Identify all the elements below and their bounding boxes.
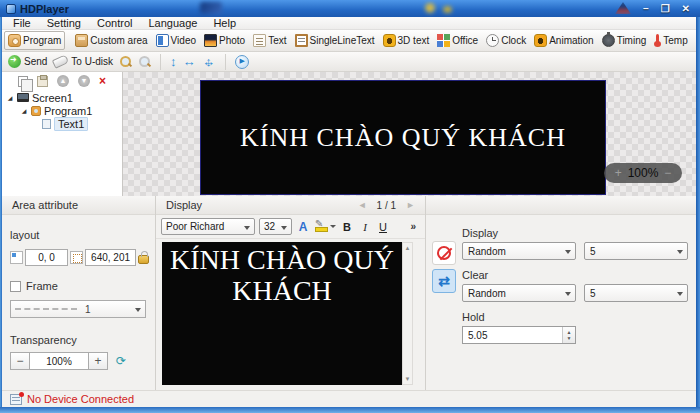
menu-help[interactable]: Help <box>206 18 243 29</box>
menu-control[interactable]: Control <box>90 18 139 29</box>
program-button[interactable]: Program <box>4 31 65 50</box>
chevron-down-icon <box>281 226 287 230</box>
chevron-down-icon <box>677 292 683 296</box>
expander-icon[interactable]: ◢ <box>6 94 14 101</box>
highlight-color-icon[interactable] <box>314 220 328 233</box>
delete-icon[interactable]: × <box>99 75 106 87</box>
send-button[interactable]: Send <box>8 55 47 68</box>
expander-icon[interactable]: ◢ <box>20 107 28 114</box>
font-color-button[interactable]: A <box>296 220 310 234</box>
refresh-icon[interactable]: ⟳ <box>116 354 126 368</box>
chevron-down-icon <box>135 308 141 312</box>
hold-spinbox[interactable]: 5.05 ▲▼ <box>462 326 576 344</box>
timing-icon <box>602 34 615 47</box>
tree-item-program1[interactable]: ◢ Program1 <box>2 104 122 117</box>
menu-setting[interactable]: Setting <box>40 18 88 29</box>
scroll-down-icon[interactable]: ▼ <box>405 374 411 384</box>
screen-preview[interactable]: KÍNH CHÀO QUÝ KHÁCH <box>200 80 606 195</box>
font-family-select[interactable]: Poor Richard <box>161 218 255 235</box>
single-line-text-button[interactable]: SingleLineText <box>291 31 379 50</box>
menu-bar: File Setting Control Language Help <box>2 17 696 30</box>
transparency-decrease-button[interactable]: − <box>10 352 30 370</box>
text-node-icon <box>42 119 51 129</box>
bold-button[interactable]: B <box>340 221 354 233</box>
clear-effect-select[interactable]: Random <box>462 284 576 302</box>
menu-language[interactable]: Language <box>141 18 204 29</box>
move-down-icon[interactable]: ▼ <box>78 75 90 87</box>
area-attribute-panel: Area attribute layout 0, 0 640, 201 Fram… <box>2 196 156 390</box>
desktop-icon-blur <box>615 2 631 14</box>
tree-item-text1[interactable]: Text1 <box>2 117 122 130</box>
layout-label: layout <box>10 229 39 241</box>
zoom-out-button[interactable]: − <box>664 167 671 179</box>
minimize-button[interactable]: – <box>643 4 649 14</box>
resize-horizontal-icon[interactable]: ↔ <box>183 55 196 68</box>
move-icon[interactable]: ↕↔ <box>202 55 216 69</box>
transparency-increase-button[interactable]: + <box>88 352 108 370</box>
font-more-button[interactable]: » <box>410 221 420 232</box>
zoom-out-icon[interactable] <box>138 55 151 68</box>
zoom-in-icon[interactable] <box>119 55 132 68</box>
random-effect-button[interactable]: ⇄ <box>432 269 456 293</box>
title-bar: HDPlayer – ❐ ✕ <box>0 0 700 17</box>
text-editor[interactable]: KÍNH CHÀO QUÝ KHÁCH <box>162 242 402 385</box>
transparency-value[interactable]: 100% <box>30 352 88 370</box>
hold-value: 5.05 <box>463 330 562 341</box>
app-icon <box>6 4 16 14</box>
resize-vertical-icon[interactable]: ↕ <box>170 55 177 68</box>
font-size-select[interactable]: 32 <box>259 218 292 235</box>
photo-icon <box>204 34 217 47</box>
zoom-in-button[interactable]: + <box>615 167 622 179</box>
clear-speed-select[interactable]: 5 <box>584 284 688 302</box>
tree-item-screen1[interactable]: ◢ Screen1 <box>2 91 122 104</box>
lock-icon[interactable] <box>138 255 149 264</box>
effects-panel: ⇄ Display Random 5 <box>426 196 696 390</box>
clock-button[interactable]: Clock <box>482 31 530 50</box>
video-button[interactable]: Video <box>152 31 200 50</box>
spinner-arrows-icon[interactable]: ▲▼ <box>562 327 575 343</box>
custom-area-button[interactable]: Custom area <box>71 31 151 50</box>
photo-button[interactable]: Photo <box>200 31 249 50</box>
italic-button[interactable]: I <box>358 221 372 233</box>
editor-scrollbar[interactable]: ▲ ▼ <box>402 242 413 385</box>
timing-button[interactable]: Timing <box>598 31 651 50</box>
display-speed-select[interactable]: 5 <box>584 242 688 260</box>
paste-icon[interactable] <box>37 76 48 87</box>
display-effect-select[interactable]: Random <box>462 242 576 260</box>
animation-button[interactable]: Animation <box>530 31 597 50</box>
program-icon <box>8 34 21 47</box>
size-input[interactable]: 640, 201 <box>85 249 136 266</box>
underline-button[interactable]: U <box>376 221 390 233</box>
maximize-button[interactable]: ❐ <box>661 4 670 14</box>
position-icon <box>10 251 23 264</box>
chevron-down-icon <box>565 250 571 254</box>
text-button[interactable]: Text <box>249 31 290 50</box>
frame-checkbox[interactable] <box>10 281 21 292</box>
menu-file[interactable]: File <box>6 18 38 29</box>
previous-page-icon[interactable]: ◄ <box>358 200 367 210</box>
main-toolbar: Program Custom area Video Photo Text Sin… <box>2 30 696 52</box>
3d-text-icon <box>383 34 396 47</box>
temp-button[interactable]: Temp <box>650 31 691 50</box>
office-button[interactable]: Office <box>433 31 482 50</box>
display-effect-label: Display <box>462 227 688 239</box>
window-border-right <box>696 17 700 407</box>
hold-label: Hold <box>462 311 688 323</box>
action-toolbar: Send To U-disk ↕ ↔ ↕↔ <box>2 52 696 72</box>
desktop-icon-blur <box>200 2 222 14</box>
effect-controls: Display Random 5 Clear <box>462 227 688 344</box>
position-input[interactable]: 0, 0 <box>25 249 68 266</box>
app-window: HDPlayer – ❐ ✕ File Setting Control Lang… <box>0 0 700 413</box>
chevron-down-icon[interactable] <box>330 225 336 228</box>
move-up-icon[interactable]: ▲ <box>57 75 69 87</box>
scroll-up-icon[interactable]: ▲ <box>405 243 411 253</box>
no-effect-button[interactable] <box>432 241 456 265</box>
to-udisk-button[interactable]: To U-disk <box>53 56 113 67</box>
next-page-icon[interactable]: ► <box>406 200 415 210</box>
close-button[interactable]: ✕ <box>682 4 690 14</box>
play-icon[interactable] <box>235 55 249 69</box>
frame-style-select[interactable]: 1 <box>10 300 146 318</box>
copy-icon[interactable] <box>18 76 28 87</box>
3d-text-button[interactable]: 3D text <box>379 31 434 50</box>
transparency-label: Transparency <box>10 334 149 346</box>
